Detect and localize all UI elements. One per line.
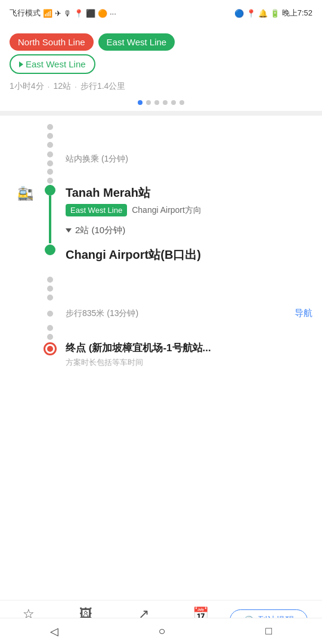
more-icon: ··· bbox=[110, 9, 116, 18]
interchange-row: 站内换乘 (1分钟) bbox=[10, 150, 312, 168]
endpoint-circle-inner bbox=[47, 346, 53, 352]
pre-endpoint-dots bbox=[10, 324, 312, 341]
pre-station-dots bbox=[10, 168, 312, 185]
android-nav-bar: ◁ ○ □ bbox=[0, 618, 322, 644]
flight-mode-text: 飞行模式 bbox=[10, 8, 41, 18]
walk-text: 步行1.4公里 bbox=[80, 81, 125, 92]
pg-dot-3[interactable] bbox=[154, 100, 159, 105]
tanah-merah-timeline-col bbox=[41, 185, 60, 243]
changi-timeline-col bbox=[41, 244, 60, 255]
app-icon2: 🟠 bbox=[98, 9, 107, 18]
navigation-btn[interactable]: 导航 bbox=[295, 308, 312, 319]
changi-name: Changi Airport站(B口出) bbox=[66, 247, 312, 262]
wifi-icon: 📶 bbox=[43, 9, 52, 18]
dot-top-2 bbox=[47, 133, 53, 139]
alarm-icon: 🔔 bbox=[258, 9, 268, 18]
dot-post-2 bbox=[47, 286, 53, 292]
pg-dot-1[interactable] bbox=[138, 100, 143, 105]
changi-airport-row: Changi Airport站(B口出) bbox=[10, 244, 312, 274]
status-left: 飞行模式 📶 ✈ 🎙 📍 ⬛ 🟠 ··· bbox=[10, 8, 116, 18]
ewl-line-badge: East West Line bbox=[66, 204, 127, 216]
expand-stops-label: 2站 (10分钟) bbox=[75, 225, 125, 236]
changi-circle bbox=[45, 244, 55, 255]
time-display: 晚上7:52 bbox=[282, 8, 312, 18]
endpoint-sub: 方案时长包括等车时间 bbox=[66, 357, 312, 368]
dot-top-1 bbox=[47, 124, 53, 130]
tanah-merah-row: 🚉 Tanah Merah站 East West Line Changi Air… bbox=[10, 185, 312, 244]
pg-dot-5[interactable] bbox=[171, 100, 176, 105]
duration-text: 1小时4分 bbox=[10, 81, 44, 92]
home-btn[interactable]: ○ bbox=[159, 624, 166, 638]
pagination-dots bbox=[0, 98, 322, 111]
top-dots-row bbox=[10, 122, 312, 150]
post-changi-dots bbox=[10, 274, 312, 303]
bluetooth-icon: 🔵 bbox=[234, 9, 244, 18]
tanah-merah-info: Tanah Merah站 East West Line Changi Airpo… bbox=[60, 185, 312, 236]
walking-text: 步行835米 (13分钟) bbox=[66, 308, 138, 319]
recent-btn[interactable]: □ bbox=[265, 625, 272, 637]
ewl-tag[interactable]: East West Line bbox=[98, 33, 175, 51]
stations-text: 12站 bbox=[53, 81, 71, 92]
chevron-right-icon bbox=[19, 61, 23, 67]
pg-dot-2[interactable] bbox=[146, 100, 151, 105]
dot-int-1 bbox=[47, 151, 53, 157]
dot-pre-1 bbox=[47, 169, 53, 175]
dot-post-1 bbox=[47, 277, 53, 283]
journey-timeline: 站内换乘 (1分钟) 🚉 Tanah Merah站 East West Line… bbox=[0, 116, 322, 389]
green-vline bbox=[49, 196, 51, 243]
map-icon: 📍 bbox=[74, 9, 83, 18]
endpoint-circle bbox=[44, 342, 57, 355]
dot-end-pre-2 bbox=[47, 334, 53, 340]
route-tags-row1: North South Line East West Line bbox=[0, 26, 322, 54]
route-tags-row2: East West Line bbox=[0, 54, 322, 79]
interchange-text: 站内换乘 (1分钟) bbox=[66, 154, 128, 163]
expand-chevron-icon bbox=[66, 228, 72, 233]
changi-info: Changi Airport站(B口出) bbox=[60, 244, 312, 262]
pg-dot-4[interactable] bbox=[163, 100, 168, 105]
dot-walk-1 bbox=[47, 311, 53, 317]
walking-row: 步行835米 (13分钟) 导航 bbox=[10, 303, 312, 324]
top-dots-left-spacer bbox=[10, 122, 41, 150]
direction-text: Changi Airport方向 bbox=[132, 205, 202, 216]
dot-top-3 bbox=[47, 142, 53, 148]
train-icon-col: 🚉 bbox=[10, 185, 41, 202]
endpoint-info: 终点 (新加坡樟宜机场-1号航站... 方案时长包括等车时间 bbox=[60, 341, 312, 368]
top-dots-col bbox=[41, 122, 60, 150]
tanah-merah-circle bbox=[45, 185, 55, 196]
train-icon: 🚉 bbox=[17, 186, 33, 202]
location-icon: 📍 bbox=[246, 9, 256, 18]
mic-icon: 🎙 bbox=[64, 9, 72, 18]
status-bar: 飞行模式 📶 ✈ 🎙 📍 ⬛ 🟠 ··· 🔵 📍 🔔 🔋 晚上7:52 bbox=[0, 0, 322, 26]
ewl-outline-tag[interactable]: East West Line bbox=[10, 54, 95, 74]
pg-dot-6[interactable] bbox=[179, 100, 184, 105]
status-right: 🔵 📍 🔔 🔋 晚上7:52 bbox=[234, 8, 312, 18]
dot-post-3 bbox=[47, 295, 53, 301]
summary-row: 1小时4分 · 12站 · 步行1.4公里 bbox=[0, 79, 322, 98]
airplane-icon: ✈ bbox=[55, 9, 61, 18]
tanah-merah-sub: East West Line Changi Airport方向 bbox=[66, 204, 312, 216]
endpoint-timeline-col bbox=[41, 341, 60, 355]
section-divider bbox=[0, 111, 322, 116]
dot-end-pre-1 bbox=[47, 325, 53, 331]
nsl-tag[interactable]: North South Line bbox=[10, 33, 94, 51]
back-btn[interactable]: ◁ bbox=[50, 625, 58, 638]
battery-icon: 🔋 bbox=[270, 9, 280, 18]
endpoint-row: 终点 (新加坡樟宜机场-1号航站... 方案时长包括等车时间 bbox=[10, 341, 312, 383]
dot-int-2 bbox=[47, 160, 53, 166]
expand-stops-btn[interactable]: 2站 (10分钟) bbox=[66, 225, 312, 236]
tanah-merah-name: Tanah Merah站 bbox=[66, 185, 312, 200]
dot-pre-2 bbox=[47, 178, 53, 184]
app-icon1: ⬛ bbox=[86, 9, 95, 18]
endpoint-name: 终点 (新加坡樟宜机场-1号航站... bbox=[66, 341, 312, 355]
